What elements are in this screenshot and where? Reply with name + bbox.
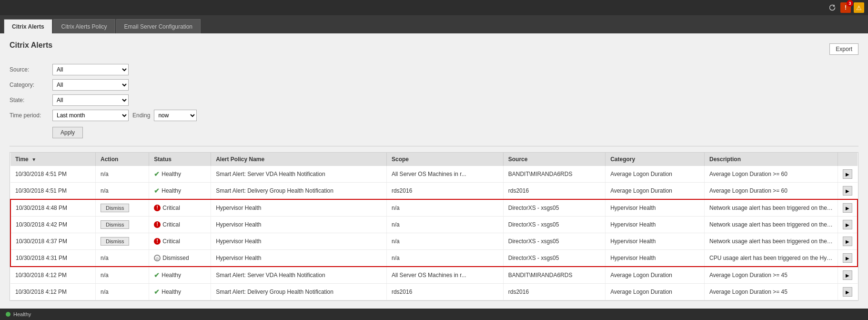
category-select[interactable]: All Connection Failures Average Logon Du… <box>52 79 129 91</box>
cell-nav[interactable]: ▶ <box>838 267 858 284</box>
col-header-time[interactable]: Time ▼ <box>10 153 95 166</box>
nav-arrow-button[interactable]: ▶ <box>843 253 852 263</box>
cell-category: Average Logon Duration <box>606 166 705 183</box>
cell-description: Network usage alert has been triggered o… <box>705 217 838 233</box>
cell-nav[interactable]: ▶ <box>838 233 858 250</box>
critical-icon: ! <box>154 238 161 245</box>
cell-nav[interactable]: ▶ <box>838 199 858 217</box>
apply-button[interactable]: Apply <box>52 127 83 138</box>
cell-category: Hypervisor Health <box>606 199 705 217</box>
table-row: 10/30/2018 4:12 PM n/a ✔Healthy Smart Al… <box>10 284 858 300</box>
cell-time: 10/30/2018 4:51 PM <box>10 183 95 200</box>
col-header-category[interactable]: Category <box>606 153 705 166</box>
cell-action[interactable]: Dismiss <box>95 217 149 233</box>
critical-icon: ! <box>154 221 161 228</box>
cell-source: BANDIT\MIRANDA6RDS <box>503 267 605 284</box>
cell-action: n/a <box>95 166 149 183</box>
col-header-status[interactable]: Status <box>149 153 211 166</box>
nav-arrow-button[interactable]: ▶ <box>843 220 852 229</box>
cell-scope: All Server OS Machines in r... <box>386 166 503 183</box>
main-content: Citrix Alerts Export Source: All XenApp … <box>0 33 868 320</box>
table-row: 10/30/2018 4:48 PM Dismiss !Critical Hyp… <box>10 199 858 217</box>
cell-time: 10/30/2018 4:12 PM <box>10 284 95 300</box>
refresh-button[interactable] <box>827 2 838 13</box>
cell-scope: n/a <box>386 217 503 233</box>
status-dot <box>6 312 10 317</box>
cell-scope: All Server OS Machines in r... <box>386 267 503 284</box>
action-na: n/a <box>101 187 109 194</box>
ending-label: Ending <box>132 112 150 119</box>
nav-arrow-button[interactable]: ▶ <box>843 237 852 246</box>
cell-time: 10/30/2018 4:31 PM <box>10 250 95 267</box>
warning-notification[interactable]: ⚠ <box>854 2 864 13</box>
dismiss-button[interactable]: Dismiss <box>101 220 130 229</box>
title-row: Citrix Alerts Export <box>10 41 858 57</box>
healthy-icon: ✔ <box>154 170 160 178</box>
table-header-row: Time ▼ Action Status Alert Policy Name <box>10 153 858 166</box>
cell-status: !Critical <box>149 233 211 250</box>
table-row: 10/30/2018 4:51 PM n/a ✔Healthy Smart Al… <box>10 183 858 200</box>
table-row: 10/30/2018 4:51 PM n/a ✔Healthy Smart Al… <box>10 166 858 183</box>
cell-scope: n/a <box>386 199 503 217</box>
alerts-table: Time ▼ Action Status Alert Policy Name <box>10 153 858 300</box>
cell-nav[interactable]: ▶ <box>838 250 858 267</box>
cell-nav[interactable]: ▶ <box>838 284 858 300</box>
cell-action: n/a <box>95 267 149 284</box>
dismiss-button[interactable]: Dismiss <box>101 237 130 246</box>
cell-status: !Critical <box>149 217 211 233</box>
export-button[interactable]: Export <box>829 43 858 55</box>
col-header-source[interactable]: Source <box>503 153 605 166</box>
cell-policy-name: Smart Alert: Delivery Group Health Notif… <box>211 284 387 300</box>
cell-category: Average Logon Duration <box>606 183 705 200</box>
table-row: 10/30/2018 4:31 PM n/a ⊘Dismissed Hyperv… <box>10 250 858 267</box>
cell-action[interactable]: Dismiss <box>95 199 149 217</box>
nav-arrow-button[interactable]: ▶ <box>843 169 852 179</box>
table-wrapper[interactable]: Time ▼ Action Status Alert Policy Name <box>10 152 858 301</box>
cell-nav[interactable]: ▶ <box>838 217 858 233</box>
healthy-icon: ✔ <box>154 271 160 279</box>
col-header-action[interactable]: Action <box>95 153 149 166</box>
cell-category: Average Logon Duration <box>606 267 705 284</box>
cell-description: Average Logon Duration >= 60 <box>705 166 838 183</box>
col-header-nav <box>838 153 858 166</box>
critical-icon: ! <box>154 205 161 211</box>
cell-scope: n/a <box>386 250 503 267</box>
source-label: Source: <box>10 66 52 73</box>
col-header-description[interactable]: Description <box>705 153 838 166</box>
action-na: n/a <box>101 171 109 177</box>
cell-action: n/a <box>95 284 149 300</box>
cell-scope: n/a <box>386 233 503 250</box>
cell-description: CPU usage alert has been triggered on th… <box>705 250 838 267</box>
source-select[interactable]: All XenApp XenDesktop Director <box>52 64 129 75</box>
status-bar: Healthy <box>0 309 868 320</box>
tab-email-server-config[interactable]: Email Server Configuration <box>116 19 201 33</box>
tab-citrix-alerts[interactable]: Citrix Alerts <box>4 19 52 33</box>
cell-status: ✔Healthy <box>149 183 211 200</box>
cell-status: ✔Healthy <box>149 284 211 300</box>
nav-arrow-button[interactable]: ▶ <box>843 270 852 280</box>
nav-arrow-button[interactable]: ▶ <box>843 287 852 297</box>
state-select[interactable]: All Active Dismissed <box>52 94 129 106</box>
time-period-select[interactable]: Last 60 minutes Last 24 hours Last week … <box>52 110 129 121</box>
col-header-policy-name[interactable]: Alert Policy Name <box>211 153 387 166</box>
cell-status: ⊘Dismissed <box>149 250 211 267</box>
nav-arrow-button[interactable]: ▶ <box>843 186 852 196</box>
cell-nav[interactable]: ▶ <box>838 166 858 183</box>
cell-policy-name: Smart Alert: Server VDA Health Notificat… <box>211 267 387 284</box>
nav-arrow-button[interactable]: ▶ <box>843 203 852 213</box>
healthy-icon: ✔ <box>154 187 160 195</box>
filter-row-category: Category: All Connection Failures Averag… <box>10 79 858 91</box>
cell-action: n/a <box>95 250 149 267</box>
cell-action[interactable]: Dismiss <box>95 233 149 250</box>
divider <box>10 146 858 146</box>
cell-nav[interactable]: ▶ <box>838 183 858 200</box>
ending-select[interactable]: now custom <box>154 110 197 121</box>
dismissed-icon: ⊘ <box>154 255 161 261</box>
dismiss-button[interactable]: Dismiss <box>101 204 130 212</box>
cell-status: ✔Healthy <box>149 166 211 183</box>
alerts-notification[interactable]: ! 3 <box>840 2 851 13</box>
col-header-scope[interactable]: Scope <box>386 153 503 166</box>
tab-citrix-alerts-policy[interactable]: Citrix Alerts Policy <box>53 19 115 33</box>
state-label: State: <box>10 97 52 103</box>
cell-source: BANDIT\MIRANDA6RDS <box>503 166 605 183</box>
